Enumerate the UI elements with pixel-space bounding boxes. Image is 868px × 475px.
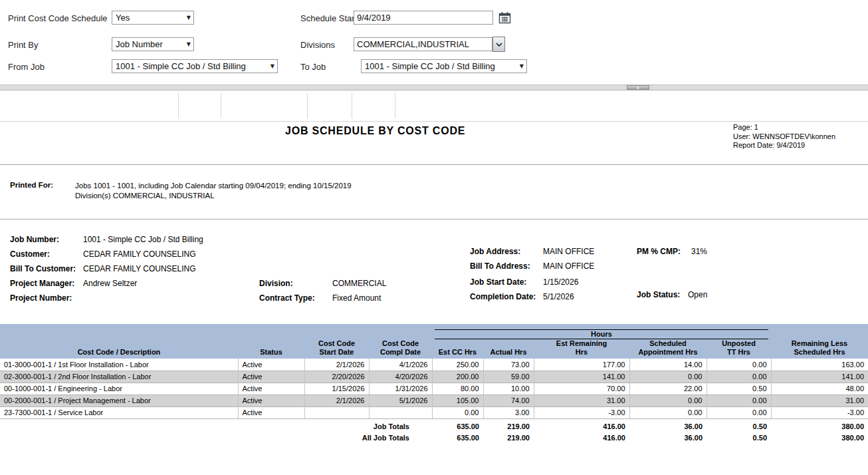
cell-status: Active [238,406,304,418]
cell-scheduled_appt: 0.00 [629,371,706,383]
cell-est_remaining: 141.00 [534,371,629,383]
cell-cost_code: 00-1000-001-1 / Engineering - Labor [0,383,238,395]
report-viewer-window: Print Cost Code Schedule Yes ▼ Schedule … [0,0,868,475]
cell-compl_date: 4/20/2026 [369,371,432,383]
collapse-up-icon: ▲ [637,86,639,89]
completion-date-value: 5/1/2026 [543,292,574,301]
cell-est_remaining: 70.00 [534,383,629,395]
cell-actual: 74.00 [483,395,534,406]
cell-actual: 59.00 [483,371,534,383]
job-start-date-label: Job Start Date: [470,277,526,287]
cell-actual: 3.00 [483,406,534,418]
table-row: 00-1000-001-1 / Engineering - LaborActiv… [0,383,868,395]
job-status-label: Job Status: [637,290,680,299]
collapse-parameters-button[interactable]: ▲ [627,85,649,90]
job-totals-remaining-less: 380.00 [771,418,868,430]
cell-remaining_less: 31.00 [771,395,868,406]
job-start-date-value: 1/15/2026 [543,277,578,287]
completion-date-label: Completion Date: [470,292,536,301]
print-by-select[interactable]: Job Number ▼ [112,37,194,51]
from-job-value: 1001 - Simple CC Job / Std Billing [116,61,246,71]
bill-to-address-value: MAIN OFFICE [543,261,594,271]
print-cost-code-schedule-label: Print Cost Code Schedule [8,13,108,23]
bill-to-customer-value: CEDAR FAMILY COUNSELING [83,264,196,273]
dropdown-arrow-icon: ▼ [187,42,191,47]
toolbar-divider [395,93,395,118]
dropdown-arrow-icon: ▼ [187,15,191,21]
horizontal-rule [0,219,868,220]
dropdown-arrow-icon: ▼ [520,64,524,69]
divisions-dropdown-button[interactable] [492,37,505,52]
cell-est_remaining: 177.00 [534,359,629,371]
all-job-totals-est-remaining: 416.00 [534,430,629,442]
all-job-totals-row: All Job Totals 635.00 219.00 416.00 36.0… [0,430,868,442]
chevron-down-icon [496,43,502,47]
job-totals-unposted: 0.50 [706,418,771,430]
report-canvas: JOB SCHEDULE BY COST CODE Page: 1 User: … [0,122,868,475]
toolbar-divider [221,93,221,118]
cell-cost_code: 00-2000-001-1 / Project Management - Lab… [0,395,238,406]
job-totals-row: Job Totals 635.00 219.00 416.00 36.00 0.… [0,418,868,430]
contract-type-value: Fixed Amount [332,293,381,303]
pm-pct-cmp-value: 31% [691,247,707,256]
table-row: 00-2000-001-1 / Project Management - Lab… [0,395,868,406]
table-row: 02-3000-001-1 / 2nd Floor Installation -… [0,371,868,383]
cell-remaining_less: -3.00 [771,406,868,418]
to-job-label: To Job [300,62,326,72]
all-job-totals-scheduled: 36.00 [629,430,706,442]
job-status-value: Open [688,290,707,299]
schedule-start-input[interactable] [354,11,493,25]
divisions-input[interactable] [354,37,492,51]
cell-status: Active [238,359,304,371]
cell-est_cc: 200.00 [432,371,483,383]
cell-actual: 73.00 [483,359,534,371]
cell-status: Active [238,383,304,395]
all-job-totals-label: All Job Totals [0,430,432,442]
to-job-value: 1001 - Simple CC Job / Std Billing [365,61,495,71]
column-header-est-remaining-hrs: Est RemainingHrs [534,339,629,359]
cell-est_cc: 250.00 [432,359,483,371]
project-manager-label: Project Manager: [10,279,74,288]
divisions-label: Divisions [300,40,335,50]
customer-label: Customer: [10,249,50,259]
printed-for-label: Printed For: [10,181,53,189]
column-header-row: Cost Code / Description Status Cost Code… [0,339,868,359]
column-header-remaining-less: Remaining LessScheduled Hrs [771,339,868,359]
job-totals-est-cc: 635.00 [432,418,483,430]
column-header-scheduled-appt-hrs: ScheduledAppointment Hrs [629,339,706,359]
job-address-value: MAIN OFFICE [543,247,594,256]
cell-remaining_less: 163.00 [771,359,868,371]
report-title: JOB SCHEDULE BY COST CODE [285,125,465,137]
cell-scheduled_appt: 14.00 [629,359,706,371]
from-job-select[interactable]: 1001 - Simple CC Job / Std Billing ▼ [112,59,278,73]
report-meta: Page: 1 User: WENNSOFTDEV\konnen Report … [733,123,835,150]
cell-start_date: 2/20/2026 [304,371,369,383]
print-cost-code-schedule-select[interactable]: Yes ▼ [112,11,194,25]
cell-start_date: 1/15/2026 [304,383,369,395]
hours-group-spacer [771,324,868,339]
pm-pct-cmp-label: PM % CMP: [637,247,681,256]
toolbar-divider [307,93,308,118]
division-label: Division: [259,279,293,288]
from-job-label: From Job [8,62,45,72]
all-job-totals-est-cc: 635.00 [432,430,483,442]
cell-start_date: 2/1/2026 [304,359,369,371]
all-job-totals-actual: 219.00 [483,430,534,442]
job-totals-label: Job Totals [0,418,432,430]
schedule-start-label: Schedule Start [300,13,357,23]
column-header-start-date: Cost CodeStart Date [304,339,369,359]
cell-scheduled_appt: 0.00 [629,395,706,406]
column-header-actual-hrs: Actual Hrs [483,339,534,359]
calendar-icon[interactable] [498,11,511,27]
table-row: 01-3000-001-1 / 1st Floor Installation -… [0,359,868,371]
page-meta: Page: 1 [733,123,835,132]
hours-group-row: Hours [0,324,868,339]
division-value: COMMERCIAL [332,279,386,288]
cell-est_cc: 0.00 [432,406,483,418]
toolbar-divider [352,93,352,118]
job-totals-est-remaining: 416.00 [534,418,629,430]
job-number-value: 1001 - Simple CC Job / Std Billing [83,235,203,244]
cell-compl_date: 5/1/2026 [369,395,432,406]
cell-status: Active [238,395,304,406]
to-job-select[interactable]: 1001 - Simple CC Job / Std Billing ▼ [361,59,527,73]
